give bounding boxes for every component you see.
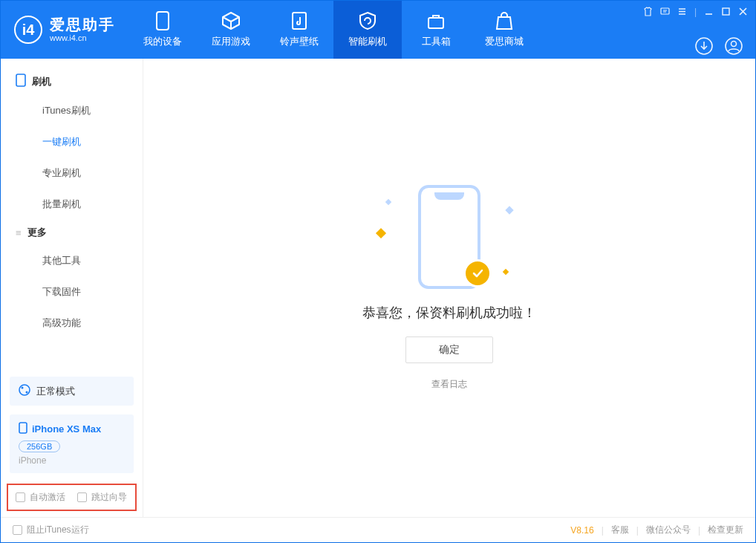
statusbar: 阻止iTunes运行 V8.16 | 客服 | 微信公众号 | 检查更新 bbox=[1, 517, 755, 542]
flash-options-highlight: 自动激活 跳过向导 bbox=[7, 484, 137, 511]
svg-point-7 bbox=[731, 42, 737, 47]
footer-link-update[interactable]: 检查更新 bbox=[708, 524, 743, 536]
checkbox-auto-activate[interactable]: 自动激活 bbox=[16, 491, 65, 504]
device-type: iPhone bbox=[19, 455, 125, 466]
mode-icon bbox=[19, 384, 30, 398]
sidebar-item-pro-flash[interactable]: 专业刷机 bbox=[1, 157, 143, 189]
nav-tab-ringtone[interactable]: 铃声壁纸 bbox=[265, 1, 333, 59]
svg-rect-0 bbox=[157, 12, 169, 30]
checkbox-skip-guide[interactable]: 跳过向导 bbox=[77, 491, 127, 504]
app-domain: www.i4.cn bbox=[50, 33, 115, 43]
version-label: V8.16 bbox=[570, 525, 593, 536]
window-controls: | bbox=[636, 1, 755, 25]
app-window: i4 爱思助手 www.i4.cn 我的设备 应用游戏 铃声壁纸 智能刷机 bbox=[1, 1, 755, 542]
logo-icon: i4 bbox=[14, 16, 42, 44]
success-message: 恭喜您，保资料刷机成功啦！ bbox=[362, 304, 536, 322]
list-icon: ≡ bbox=[16, 227, 22, 238]
download-icon[interactable] bbox=[694, 36, 714, 59]
svg-rect-12 bbox=[19, 423, 27, 433]
menu-icon[interactable] bbox=[677, 7, 687, 19]
svg-rect-2 bbox=[428, 18, 443, 28]
main-panel: 恭喜您，保资料刷机成功啦！ 确定 查看日志 bbox=[143, 59, 755, 517]
phone-icon bbox=[153, 11, 172, 30]
phone-outline-icon bbox=[16, 74, 26, 89]
sidebar-item-download-fw[interactable]: 下载固件 bbox=[1, 276, 143, 308]
success-illustration bbox=[364, 185, 535, 289]
svg-point-10 bbox=[22, 387, 24, 389]
sidebar-section-flash: 刷机 bbox=[1, 68, 143, 95]
sidebar-section-more: ≡ 更多 bbox=[1, 220, 143, 245]
device-storage: 256GB bbox=[19, 440, 60, 452]
nav-tab-flash[interactable]: 智能刷机 bbox=[333, 1, 402, 59]
svg-rect-3 bbox=[661, 8, 669, 14]
app-logo: i4 爱思助手 www.i4.cn bbox=[1, 1, 128, 59]
app-name: 爱思助手 bbox=[50, 16, 115, 33]
nav-tab-device[interactable]: 我的设备 bbox=[128, 1, 197, 59]
music-file-icon bbox=[290, 11, 309, 30]
cube-icon bbox=[221, 11, 241, 30]
bag-icon bbox=[495, 11, 514, 30]
footer-link-wechat[interactable]: 微信公众号 bbox=[646, 524, 691, 536]
sidebar-item-onekey-flash[interactable]: 一键刷机 bbox=[1, 126, 143, 157]
nav-tab-toolbox[interactable]: 工具箱 bbox=[402, 1, 470, 59]
minimize-button[interactable] bbox=[704, 7, 714, 19]
skin-icon[interactable] bbox=[643, 7, 653, 19]
device-card[interactable]: iPhone XS Max 256GB iPhone bbox=[10, 414, 134, 473]
device-mode[interactable]: 正常模式 bbox=[10, 377, 134, 406]
checkmark-badge-icon bbox=[463, 259, 492, 287]
nav-tab-apps[interactable]: 应用游戏 bbox=[197, 1, 265, 59]
svg-rect-4 bbox=[723, 8, 729, 15]
nav-tab-store[interactable]: 爱思商城 bbox=[470, 1, 538, 59]
main-nav: 我的设备 应用游戏 铃声壁纸 智能刷机 工具箱 爱思商城 bbox=[128, 1, 636, 59]
toolbox-icon bbox=[426, 11, 446, 30]
view-log-link[interactable]: 查看日志 bbox=[431, 378, 467, 391]
maximize-button[interactable] bbox=[721, 7, 731, 19]
user-icon[interactable] bbox=[724, 36, 743, 59]
sidebar-item-batch-flash[interactable]: 批量刷机 bbox=[1, 189, 143, 220]
sidebar: 刷机 iTunes刷机 一键刷机 专业刷机 批量刷机 ≡ 更多 其他工具 下载固… bbox=[1, 59, 143, 517]
titlebar: i4 爱思助手 www.i4.cn 我的设备 应用游戏 铃声壁纸 智能刷机 bbox=[1, 1, 755, 59]
confirm-button[interactable]: 确定 bbox=[405, 336, 493, 363]
body: 刷机 iTunes刷机 一键刷机 专业刷机 批量刷机 ≡ 更多 其他工具 下载固… bbox=[1, 59, 755, 517]
device-name: iPhone XS Max bbox=[32, 423, 101, 435]
svg-point-11 bbox=[26, 391, 28, 394]
svg-rect-8 bbox=[16, 74, 25, 86]
close-button[interactable] bbox=[738, 7, 748, 19]
checkbox-stop-itunes[interactable]: 阻止iTunes运行 bbox=[13, 524, 89, 536]
phone-small-icon bbox=[19, 422, 27, 436]
sidebar-item-other-tools[interactable]: 其他工具 bbox=[1, 245, 143, 276]
footer-link-support[interactable]: 客服 bbox=[611, 524, 629, 536]
refresh-shield-icon bbox=[358, 11, 377, 30]
feedback-icon[interactable] bbox=[660, 7, 670, 19]
svg-point-9 bbox=[19, 385, 30, 395]
sidebar-item-advanced[interactable]: 高级功能 bbox=[1, 308, 143, 339]
sidebar-item-itunes-flash[interactable]: iTunes刷机 bbox=[1, 95, 143, 126]
